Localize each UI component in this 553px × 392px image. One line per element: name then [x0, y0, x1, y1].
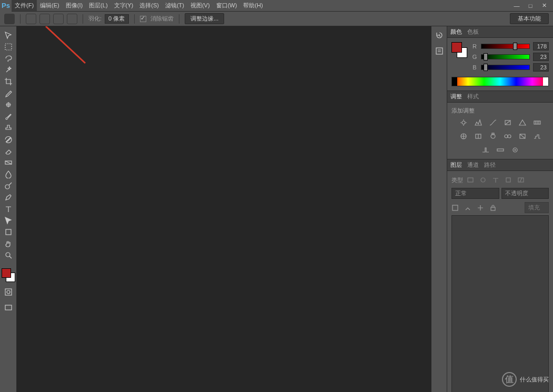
r-slider[interactable]: [481, 44, 530, 49]
watermark-icon: 值: [502, 372, 517, 387]
move-tool[interactable]: [2, 29, 15, 41]
threshold-icon[interactable]: [480, 145, 491, 155]
channelmixer-icon[interactable]: [502, 132, 513, 141]
selection-subtract-icon[interactable]: [53, 14, 64, 24]
close-button[interactable]: ✕: [540, 2, 548, 9]
spectrum-bar[interactable]: [451, 77, 549, 86]
fill-select[interactable]: 填充: [525, 202, 549, 213]
menu-select[interactable]: 选择(S): [136, 0, 162, 11]
menu-type[interactable]: 文字(Y): [111, 0, 137, 11]
menu-view[interactable]: 视图(V): [187, 0, 213, 11]
panel-color-swatch[interactable]: [451, 42, 467, 58]
antialias-checkbox[interactable]: [140, 16, 146, 22]
lock-pixels-icon[interactable]: [464, 204, 471, 212]
svg-rect-28: [453, 205, 458, 210]
menu-filter[interactable]: 滤镜(T): [162, 0, 187, 11]
selection-add-icon[interactable]: [39, 14, 50, 24]
zoom-tool[interactable]: [2, 249, 15, 261]
photofilter-icon[interactable]: [488, 132, 498, 141]
screenmode-tool[interactable]: [2, 302, 15, 314]
stamp-tool[interactable]: [2, 122, 15, 134]
tab-paths[interactable]: 路径: [484, 161, 496, 169]
tab-styles[interactable]: 样式: [467, 93, 479, 100]
dodge-tool[interactable]: [2, 180, 15, 192]
levels-icon[interactable]: [473, 118, 484, 127]
colorbalance-icon[interactable]: [458, 132, 469, 141]
menu-edit[interactable]: 编辑(E): [37, 0, 63, 11]
color-swatches[interactable]: [2, 268, 15, 282]
lasso-tool-icon[interactable]: [4, 14, 15, 24]
menu-layer[interactable]: 图层(L): [86, 0, 110, 11]
hand-tool[interactable]: [2, 238, 15, 249]
selection-new-icon[interactable]: [26, 14, 36, 24]
filter-shape-icon[interactable]: [503, 175, 514, 185]
curves-icon[interactable]: [488, 118, 498, 127]
maximize-button[interactable]: □: [527, 2, 534, 9]
bw-icon[interactable]: [473, 132, 484, 141]
r-value[interactable]: 178: [533, 42, 549, 51]
hue-icon[interactable]: [532, 118, 542, 127]
lasso-tool[interactable]: [2, 53, 15, 64]
workspace-button[interactable]: 基本功能: [510, 13, 549, 24]
lock-all-icon[interactable]: [489, 204, 497, 212]
filter-smart-icon[interactable]: [516, 175, 526, 185]
exposure-icon[interactable]: [502, 118, 513, 127]
eraser-tool[interactable]: [2, 145, 15, 157]
g-slider[interactable]: [481, 54, 530, 59]
tab-swatches[interactable]: 色板: [467, 28, 479, 36]
lock-position-icon[interactable]: [477, 204, 484, 212]
blend-mode-select[interactable]: 正常: [451, 188, 499, 199]
gradientmap-icon[interactable]: [495, 145, 506, 155]
tab-channels[interactable]: 通道: [467, 161, 479, 169]
blur-tool[interactable]: [2, 168, 15, 180]
refine-edge-button[interactable]: 调整边缘...: [185, 13, 224, 24]
shape-tool[interactable]: [2, 226, 15, 238]
gradient-tool[interactable]: [2, 157, 15, 168]
menu-image[interactable]: 图像(I): [63, 0, 86, 11]
toolbox: [0, 26, 17, 392]
filter-type-icon[interactable]: [490, 175, 501, 185]
eyedropper-tool[interactable]: [2, 87, 15, 99]
healing-tool[interactable]: [2, 99, 15, 110]
svg-rect-0: [5, 44, 12, 50]
crop-tool[interactable]: [2, 76, 15, 87]
tab-color[interactable]: 颜色: [450, 28, 462, 36]
lock-transparent-icon[interactable]: [451, 204, 459, 212]
layers-list[interactable]: [451, 215, 549, 392]
selection-intersect-icon[interactable]: [67, 14, 77, 24]
path-tool[interactable]: [2, 215, 15, 226]
minimize-button[interactable]: —: [513, 2, 520, 9]
fg-color[interactable]: [2, 268, 11, 278]
properties-panel-icon[interactable]: [434, 45, 445, 57]
canvas-area[interactable]: [17, 26, 431, 392]
quickmask-tool[interactable]: [2, 286, 15, 298]
watermark: 值 什么值得买: [502, 372, 549, 387]
brush-tool[interactable]: [2, 110, 15, 122]
b-slider[interactable]: [481, 65, 530, 70]
selective-icon[interactable]: [510, 145, 520, 155]
filter-adj-icon[interactable]: [478, 175, 488, 185]
vibrance-icon[interactable]: [517, 118, 528, 127]
invert-icon[interactable]: [517, 132, 528, 141]
type-tool[interactable]: [2, 203, 15, 215]
tab-adjustments[interactable]: 调整: [450, 93, 462, 100]
b-value[interactable]: 23: [533, 63, 549, 72]
panel-fg-color[interactable]: [451, 42, 462, 53]
marquee-tool[interactable]: [2, 41, 15, 53]
feather-input[interactable]: [105, 14, 129, 24]
posterize-icon[interactable]: [532, 132, 542, 141]
pen-tool[interactable]: [2, 192, 15, 203]
add-adjustment-label: 添加调整: [451, 107, 549, 115]
menu-help[interactable]: 帮助(H): [240, 0, 266, 11]
options-bar: 羽化: 消除锯齿 调整边缘... 基本功能: [0, 12, 553, 26]
menu-window[interactable]: 窗口(W): [213, 0, 240, 11]
menu-file[interactable]: 文件(F): [12, 0, 37, 11]
filter-pixel-icon[interactable]: [465, 175, 476, 185]
brightness-icon[interactable]: [458, 118, 469, 127]
tab-layers[interactable]: 图层: [450, 161, 462, 169]
opacity-select[interactable]: 不透明度: [501, 188, 549, 199]
wand-tool[interactable]: [2, 64, 15, 76]
g-value[interactable]: 23: [533, 53, 549, 61]
history-brush-tool[interactable]: [2, 134, 15, 145]
history-panel-icon[interactable]: [434, 29, 445, 41]
